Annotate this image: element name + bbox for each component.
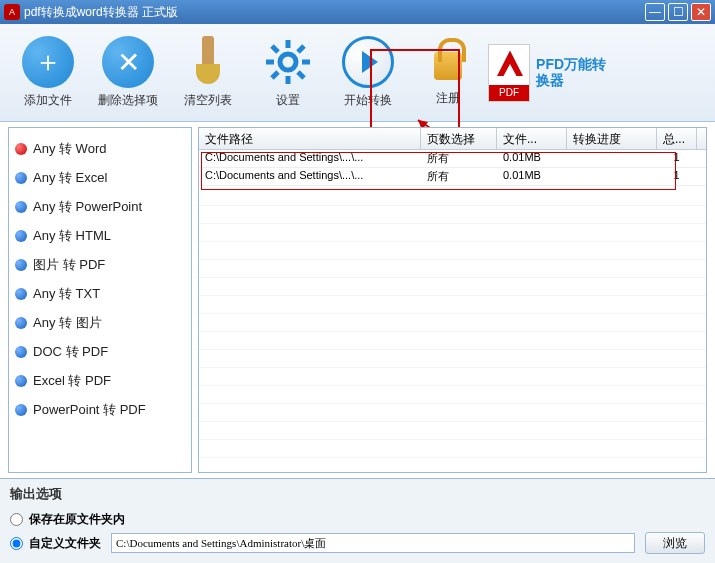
output-title: 输出选项 (10, 485, 705, 503)
svg-line-7 (298, 46, 304, 52)
bullet-icon (15, 201, 27, 213)
register-button[interactable]: 注册 (408, 38, 488, 107)
minimize-button[interactable]: ― (645, 3, 665, 21)
output-options: 输出选项 保存在原文件夹内 自定义文件夹 浏览 (0, 478, 715, 563)
titlebar: A pdf转换成word转换器 正式版 ― ☐ ✕ (0, 0, 715, 24)
sidebar-item-label: Any 转 图片 (33, 314, 102, 332)
svg-line-5 (272, 46, 278, 52)
window-title: pdf转换成word转换器 正式版 (24, 4, 178, 21)
bullet-icon (15, 230, 27, 242)
output-path-input[interactable] (111, 533, 635, 553)
svg-point-0 (280, 54, 296, 70)
sidebar-item-9[interactable]: PowerPoint 转 PDF (11, 395, 189, 424)
sidebar-item-4[interactable]: 图片 转 PDF (11, 250, 189, 279)
browse-button[interactable]: 浏览 (645, 532, 705, 554)
brand-area: PFD万能转换器 (488, 44, 618, 102)
sidebar-item-6[interactable]: Any 转 图片 (11, 308, 189, 337)
sidebar-item-2[interactable]: Any 转 PowerPoint (11, 192, 189, 221)
app-icon: A (4, 4, 20, 20)
custom-folder-radio[interactable] (10, 537, 23, 550)
custom-folder-label: 自定义文件夹 (29, 536, 101, 550)
bullet-icon (15, 288, 27, 300)
sidebar-item-label: Any 转 Word (33, 140, 106, 158)
save-original-label: 保存在原文件夹内 (29, 512, 125, 526)
sidebar-item-3[interactable]: Any 转 HTML (11, 221, 189, 250)
bullet-icon (15, 143, 27, 155)
sidebar-item-label: Any 转 PowerPoint (33, 198, 142, 216)
settings-button[interactable]: 设置 (248, 36, 328, 109)
clear-button[interactable]: 清空列表 (168, 36, 248, 109)
remove-button[interactable]: ✕ 删除选择项 (88, 36, 168, 109)
col-progress[interactable]: 转换进度 (567, 128, 657, 149)
clear-label: 清空列表 (168, 92, 248, 109)
sidebar-item-5[interactable]: Any 转 TXT (11, 279, 189, 308)
register-label: 注册 (408, 90, 488, 107)
sidebar-item-label: Any 转 Excel (33, 169, 107, 187)
sidebar-item-7[interactable]: DOC 转 PDF (11, 337, 189, 366)
plus-icon: ＋ (22, 36, 74, 88)
bullet-icon (15, 172, 27, 184)
gear-icon (262, 36, 314, 88)
sidebar-item-0[interactable]: Any 转 Word (11, 134, 189, 163)
sidebar-item-label: 图片 转 PDF (33, 256, 105, 274)
brush-icon (188, 36, 228, 88)
sidebar-item-label: DOC 转 PDF (33, 343, 108, 361)
col-total[interactable]: 总... (657, 128, 697, 149)
file-grid: 文件路径 页数选择 文件... 转换进度 总... C:\Documents a… (198, 127, 707, 473)
bullet-icon (15, 346, 27, 358)
add-file-label: 添加文件 (8, 92, 88, 109)
col-path[interactable]: 文件路径 (199, 128, 421, 149)
maximize-button[interactable]: ☐ (668, 3, 688, 21)
bullet-icon (15, 404, 27, 416)
grid-header: 文件路径 页数选择 文件... 转换进度 总... (199, 128, 706, 150)
svg-line-6 (298, 72, 304, 78)
sidebar-item-1[interactable]: Any 转 Excel (11, 163, 189, 192)
sidebar: Any 转 WordAny 转 ExcelAny 转 PowerPointAny… (8, 127, 192, 473)
sidebar-item-label: Excel 转 PDF (33, 372, 111, 390)
pdf-icon (488, 44, 530, 102)
x-icon: ✕ (102, 36, 154, 88)
brand-text: PFD万能转换器 (536, 57, 618, 88)
sidebar-item-label: Any 转 HTML (33, 227, 111, 245)
grid-lines (199, 188, 706, 472)
close-button[interactable]: ✕ (691, 3, 711, 21)
col-page[interactable]: 页数选择 (421, 128, 497, 149)
col-file[interactable]: 文件... (497, 128, 567, 149)
remove-label: 删除选择项 (88, 92, 168, 109)
start-convert-button[interactable]: 开始转换 (328, 36, 408, 109)
table-row[interactable]: C:\Documents and Settings\...\...所有0.01M… (199, 150, 706, 168)
bullet-icon (15, 317, 27, 329)
bullet-icon (15, 259, 27, 271)
sidebar-item-8[interactable]: Excel 转 PDF (11, 366, 189, 395)
toolbar: ＋ 添加文件 ✕ 删除选择项 清空列表 设置 开始转换 注册 PFD万能转换器 (0, 24, 715, 122)
save-original-radio[interactable] (10, 513, 23, 526)
sidebar-item-label: Any 转 TXT (33, 285, 100, 303)
svg-line-8 (272, 72, 278, 78)
bullet-icon (15, 375, 27, 387)
start-label: 开始转换 (328, 92, 408, 109)
lock-icon (428, 38, 468, 86)
settings-label: 设置 (248, 92, 328, 109)
sidebar-item-label: PowerPoint 转 PDF (33, 401, 146, 419)
add-file-button[interactable]: ＋ 添加文件 (8, 36, 88, 109)
table-row[interactable]: C:\Documents and Settings\...\...所有0.01M… (199, 168, 706, 186)
play-icon (342, 36, 394, 88)
